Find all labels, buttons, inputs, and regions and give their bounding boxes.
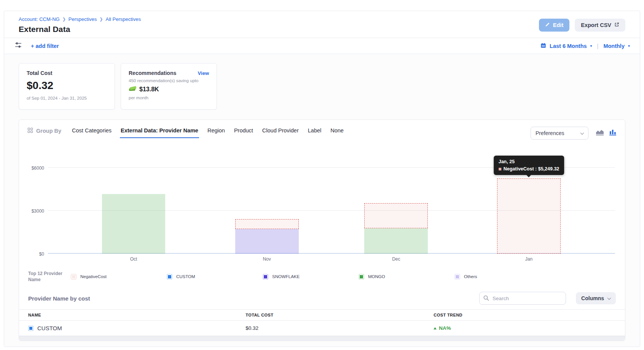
chevron-down-icon	[607, 296, 611, 300]
tab-none[interactable]: None	[330, 127, 344, 138]
legend-label: Others	[464, 274, 477, 279]
x-axis-label-nov: Nov	[263, 256, 271, 262]
breadcrumb-all-perspectives[interactable]: All Perspectives	[106, 16, 141, 22]
legend-swatch-negativecost	[71, 274, 77, 280]
cost-chart: Jan, 25 NegativeCost : $5,249.32 OctNovD…	[24, 150, 618, 264]
legend-item-others[interactable]: Others	[454, 274, 550, 280]
edit-button[interactable]: Edit	[539, 19, 569, 32]
recommendations-card: Recommendations View 450 recommendation(…	[121, 63, 217, 110]
tooltip-series-bullet	[499, 168, 501, 170]
legend-swatch-others	[454, 274, 460, 280]
preferences-dropdown[interactable]: Preferences	[531, 127, 588, 140]
provider-cost-table: NAME TOTAL COST COST TREND CUSTOM $0.32 …	[19, 309, 625, 340]
calendar-icon	[540, 43, 546, 49]
y-axis-tick: $0	[24, 251, 44, 257]
legend-label: CUSTOM	[176, 274, 195, 279]
provider-color-swatch	[28, 326, 33, 331]
x-axis-label-oct: Oct	[130, 256, 137, 262]
header-name: NAME	[28, 313, 245, 317]
app-frame: Account: CCM-NG ❯ Perspectives ❯ All Per…	[4, 11, 640, 347]
row-provider-name: CUSTOM	[37, 325, 62, 331]
legend-label: SNOWFLAKE	[272, 274, 300, 279]
tab-label[interactable]: Label	[307, 127, 322, 138]
legend-items: NegativeCostCUSTOMSNOWFLAKEMONGOOthers	[71, 274, 616, 280]
x-axis-label-dec: Dec	[392, 256, 400, 262]
legend-title: Top 12 Provider Name	[28, 270, 71, 283]
tab-region[interactable]: Region	[207, 127, 226, 138]
table-row[interactable]: CUSTOM $0.32 NA%	[19, 321, 625, 336]
granularity-selector[interactable]: Monthly	[603, 43, 625, 49]
legend-label: MONGO	[368, 274, 385, 279]
page-header: Account: CCM-NG ❯ Perspectives ❯ All Per…	[4, 11, 640, 38]
bar-dec-negativecost[interactable]	[364, 203, 428, 229]
columns-button[interactable]: Columns	[576, 292, 616, 304]
row-total-cost: $0.32	[245, 325, 434, 331]
add-filter-link[interactable]: + add filter	[31, 43, 59, 49]
chart-legend: Top 12 Provider Name NegativeCostCUSTOMS…	[19, 270, 625, 283]
breadcrumb: Account: CCM-NG ❯ Perspectives ❯ All Per…	[19, 16, 141, 22]
chart-tooltip: Jan, 25 NegativeCost : $5,249.32	[494, 156, 564, 175]
bar-dec-mongo[interactable]	[364, 228, 428, 254]
legend-item-mongo[interactable]: MONGO	[359, 274, 454, 280]
header-total-cost: TOTAL COST	[245, 313, 434, 317]
table-header-row: NAME TOTAL COST COST TREND	[19, 309, 625, 321]
y-axis-tick: $3000	[24, 208, 44, 214]
x-axis-label-jan: Jan	[525, 256, 532, 262]
breadcrumb-perspectives[interactable]: Perspectives	[69, 16, 97, 22]
table-search	[479, 292, 566, 305]
row-cost-trend: NA%	[439, 325, 451, 331]
external-link-icon	[614, 22, 619, 28]
tab-cloud-provider[interactable]: Cloud Provider	[261, 127, 300, 138]
filter-sliders-icon[interactable]	[15, 42, 22, 49]
bar-nov-snowflake[interactable]	[235, 229, 299, 254]
recommendations-subtitle: 450 recommendation(s) saving upto	[129, 78, 209, 83]
tab-cost-categories[interactable]: Cost Categories	[71, 127, 112, 138]
group-by-grid-icon	[27, 127, 33, 134]
page-title: External Data	[19, 25, 141, 34]
group-by-label: Group By	[27, 127, 61, 134]
legend-swatch-custom	[167, 274, 172, 280]
legend-item-snowflake[interactable]: SNOWFLAKE	[263, 274, 359, 280]
filter-bar: + add filter Last 6 Months ▾ | Monthly ▾	[4, 38, 640, 54]
y-axis-tick: $6000	[24, 165, 44, 171]
caret-down-icon[interactable]: ▾	[628, 44, 630, 48]
search-input[interactable]	[479, 292, 566, 305]
tooltip-title: Jan, 25	[499, 159, 560, 164]
recommendations-title: Recommendations	[129, 70, 176, 76]
money-icon	[129, 86, 137, 93]
table-title: Provider Name by cost	[28, 295, 90, 302]
trend-up-icon	[434, 327, 437, 329]
legend-label: NegativeCost	[80, 274, 107, 279]
bar-oct-mongo[interactable]	[102, 194, 166, 254]
legend-swatch-snowflake	[263, 274, 268, 280]
caret-down-icon[interactable]: ▾	[590, 44, 592, 48]
bar-nov-negativecost[interactable]	[235, 219, 299, 229]
pencil-icon	[545, 22, 550, 28]
legend-swatch-mongo	[359, 274, 364, 280]
area-chart-icon[interactable]	[595, 129, 604, 137]
perspective-panel: Group By Cost CategoriesExternal Data: P…	[19, 119, 625, 341]
bar-jan-negativecost[interactable]	[497, 178, 561, 254]
export-csv-button[interactable]: Export CSV	[575, 19, 625, 32]
search-icon	[483, 295, 489, 301]
breadcrumb-account[interactable]: Account: CCM-NG	[19, 16, 60, 22]
recommendations-view-link[interactable]: View	[198, 70, 209, 76]
breadcrumb-separator: ❯	[62, 17, 66, 22]
tab-external-data-provider-name[interactable]: External Data: Provider Name	[120, 127, 199, 138]
legend-item-custom[interactable]: CUSTOM	[167, 274, 263, 280]
header-cost-trend: COST TREND	[434, 313, 616, 317]
total-cost-card: Total Cost $0.32 of Sep 01, 2024 - Jan 3…	[19, 63, 115, 110]
breadcrumb-separator: ❯	[99, 17, 103, 22]
legend-item-negativecost[interactable]: NegativeCost	[71, 274, 167, 280]
groupby-tabs: Cost CategoriesExternal Data: Provider N…	[71, 127, 344, 138]
time-range-selector[interactable]: Last 6 Months	[550, 43, 587, 49]
total-cost-value: $0.32	[27, 80, 107, 92]
recommendations-per-month: per month	[129, 95, 209, 100]
tab-product[interactable]: Product	[233, 127, 254, 138]
chevron-down-icon	[580, 131, 584, 135]
separator: |	[597, 43, 599, 49]
chart-plot: Jan, 25 NegativeCost : $5,249.32 OctNovD…	[48, 150, 615, 254]
table-next-row-partial	[19, 336, 625, 340]
page-body: Total Cost $0.32 of Sep 01, 2024 - Jan 3…	[4, 54, 640, 347]
bar-chart-icon[interactable]	[609, 129, 617, 137]
